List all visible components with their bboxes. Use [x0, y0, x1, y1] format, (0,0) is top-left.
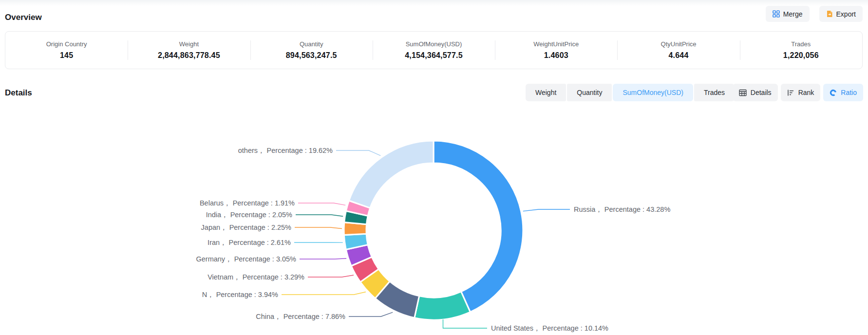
slice-label-belarus: Belarus， Percentage : 1.91% — [200, 199, 295, 207]
slice-label-india: India， Percentage : 2.05% — [206, 211, 292, 219]
label-line-vietnam — [308, 275, 354, 277]
label-line-india — [296, 215, 343, 216]
slice-label-n: N， Percentage : 3.94% — [202, 291, 278, 298]
slice-label-china: China， Percentage : 7.86% — [256, 313, 345, 320]
donut-slice-united-states[interactable] — [415, 292, 471, 320]
slice-label-others: others， Percentage : 19.62% — [238, 147, 333, 154]
label-line-belarus — [298, 203, 345, 205]
slice-label-germany: Germany， Percentage : 3.05% — [196, 255, 296, 263]
label-line-russia — [523, 209, 570, 211]
label-line-united-states — [443, 319, 488, 328]
donut-slice-others[interactable] — [349, 141, 434, 208]
label-line-japan — [295, 227, 342, 229]
label-line-n — [282, 292, 366, 295]
donut-chart: Russia， Percentage : 43.28%United States… — [0, 0, 868, 335]
page: Overview Merge Export Origin Country145 — [0, 0, 868, 335]
label-line-others — [336, 150, 380, 156]
label-line-china — [349, 312, 393, 316]
slice-label-japan: Japan， Percentage : 2.25% — [201, 223, 292, 231]
donut-slice-russia[interactable] — [434, 141, 523, 312]
slice-label-united-states: United States， Percentage : 10.14% — [491, 324, 608, 332]
slice-label-vietnam: Vietnam， Percentage : 3.29% — [208, 273, 304, 281]
slice-label-iran: Iran， Percentage : 2.61% — [208, 239, 291, 246]
slice-label-russia: Russia， Percentage : 43.28% — [574, 205, 670, 213]
label-line-germany — [300, 259, 346, 259]
